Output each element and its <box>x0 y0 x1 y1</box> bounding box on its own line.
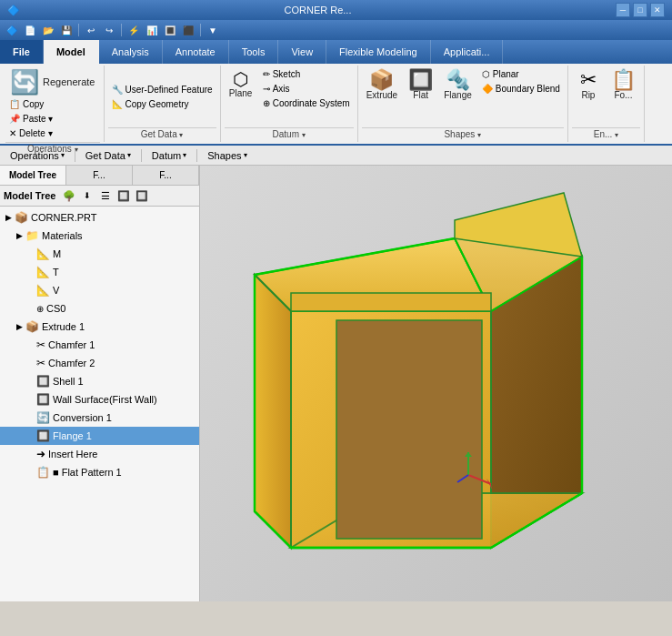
sketch-button[interactable]: ✏ Sketch <box>259 67 354 81</box>
qat-separator-3 <box>200 24 201 36</box>
delete-label: Delete ▾ <box>19 128 53 138</box>
boundary-blend-button[interactable]: 🔶 Boundary Blend <box>478 82 564 96</box>
tree-item-flatpattern1[interactable]: 📋 ■ Flat Pattern 1 <box>0 463 199 481</box>
tree-item-chamfer1[interactable]: ✂ Chamfer 1 <box>0 336 199 354</box>
tab-view[interactable]: View <box>278 40 326 64</box>
tree-filter-btn[interactable]: ☰ <box>97 187 114 204</box>
label-wallsurface: Wall Surface(First Wall) <box>53 394 157 405</box>
tab-applications[interactable]: Applicati... <box>431 40 504 64</box>
ops-shapes-btn[interactable]: Shapes ▾ <box>201 148 253 163</box>
sidebar-tab-f2[interactable]: F... <box>133 166 199 185</box>
icon-extrude1: 📦 <box>25 320 39 333</box>
axis-button[interactable]: ⊸ Axis <box>259 82 354 96</box>
flange-button[interactable]: 🔩 Flange <box>439 67 476 103</box>
delete-button[interactable]: ✕ Delete ▾ <box>5 126 56 140</box>
tree-item-v[interactable]: 📐 V <box>0 281 199 299</box>
qat-undo[interactable]: ↩ <box>83 22 99 38</box>
minimize-button[interactable]: ─ <box>616 3 630 17</box>
tree-expand-btn[interactable]: ⬇ <box>79 187 95 204</box>
icon-shell1: 🔲 <box>36 375 50 388</box>
group-en-label[interactable]: En... ▾ <box>572 127 640 140</box>
tab-model[interactable]: Model <box>44 40 99 64</box>
qat-open[interactable]: 📂 <box>40 22 56 38</box>
icon-t: 📐 <box>36 266 50 278</box>
maximize-button[interactable]: □ <box>633 3 647 17</box>
regenerate-button[interactable]: 🔄 Regenerate <box>5 67 100 96</box>
tree-search-btn[interactable]: 🔲 <box>134 187 150 204</box>
qat-extra[interactable]: ⬛ <box>180 22 196 38</box>
tree-settings-btn[interactable]: 🌳 <box>61 187 77 204</box>
group-datum-label[interactable]: Datum ▾ <box>225 127 354 140</box>
extrude-button[interactable]: 📦 Extrude <box>362 67 402 103</box>
tab-analysis[interactable]: Analysis <box>99 40 163 64</box>
3d-model-view <box>200 166 672 601</box>
rip-icon: ✂ <box>580 70 597 90</box>
coord-system-button[interactable]: ⊕ Coordinate System <box>259 96 354 110</box>
copy-button[interactable]: 📋 Copy <box>5 97 56 111</box>
sidebar-tabs: Model Tree F... F... <box>0 166 199 186</box>
qat-icon: 🔷 <box>4 22 20 38</box>
tree-item-flange1[interactable]: 🔲 Flange 1 <box>0 427 199 445</box>
planar-icon: ⬡ <box>482 69 490 79</box>
label-v: V <box>53 285 59 296</box>
ops-shapes-arrow: ▾ <box>244 151 247 159</box>
title-bar-left: 🔷 <box>7 5 20 16</box>
qat-save[interactable]: 💾 <box>58 22 75 38</box>
svg-marker-5 <box>255 275 291 548</box>
group-get-data-label[interactable]: Get Data ▾ <box>108 127 216 140</box>
tree-item-extrude1[interactable]: ▶ 📦 Extrude 1 <box>0 318 199 336</box>
plane-button[interactable]: ⬡ Plane <box>225 67 257 101</box>
window-controls[interactable]: ─ □ ✕ <box>616 3 665 17</box>
sidebar-tab-f1[interactable]: F... <box>66 166 133 185</box>
tree-columns-btn[interactable]: 🔲 <box>115 187 132 204</box>
tree-item-shell1[interactable]: 🔲 Shell 1 <box>0 372 199 390</box>
label-m: M <box>53 248 61 259</box>
user-defined-feature-button[interactable]: 🔧 User-Defined Feature <box>108 83 216 96</box>
tree-item-chamfer2[interactable]: ✂ Chamfer 2 <box>0 354 199 372</box>
tree-toolbar: Model Tree 🌳 ⬇ ☰ 🔲 🔲 <box>0 186 199 207</box>
ops-operations-btn[interactable]: Operations ▾ <box>4 148 71 163</box>
tree-item-cs0[interactable]: ⊕ CS0 <box>0 299 199 318</box>
label-root: CORNER.PRT <box>31 212 97 223</box>
viewport[interactable] <box>200 166 672 601</box>
tree-item-m[interactable]: 📐 M <box>0 245 199 263</box>
close-button[interactable]: ✕ <box>650 3 665 17</box>
group-shapes-label[interactable]: Shapes ▾ <box>362 127 564 140</box>
qat-redo[interactable]: ↪ <box>101 22 117 38</box>
ribbon-tabs: File Model Analysis Annotate Tools View … <box>0 40 672 64</box>
axis-icon: ⊸ <box>263 84 270 94</box>
qat-new[interactable]: 📄 <box>22 22 38 38</box>
flange-icon: 🔩 <box>446 70 470 90</box>
copy-geometry-button[interactable]: 📐 Copy Geometry <box>108 97 193 111</box>
flat-button[interactable]: 🔲 Flat <box>404 67 437 103</box>
qat-grid[interactable]: ⚡ <box>125 22 142 38</box>
group-operations: 🔄 Regenerate 📋 Copy 📌 Paste ▾ ✕ Delete ▾ <box>2 66 105 142</box>
paste-button[interactable]: 📌 Paste ▾ <box>5 112 56 126</box>
tree-item-inserthere[interactable]: ➜ Insert Here <box>0 445 199 463</box>
qat-chart[interactable]: 📊 <box>144 22 160 38</box>
tree-item-wallsurface[interactable]: 🔲 Wall Surface(First Wall) <box>0 390 199 409</box>
qat-dropdown[interactable]: ▼ <box>205 22 221 38</box>
svg-marker-7 <box>336 320 482 539</box>
tree-item-root[interactable]: ▶ 📦 CORNER.PRT <box>0 208 199 227</box>
ops-datum-arrow: ▾ <box>183 151 186 159</box>
sidebar-tab-model-tree[interactable]: Model Tree <box>0 166 66 185</box>
qat-box[interactable]: 🔳 <box>162 22 178 38</box>
tree-item-t[interactable]: 📐 T <box>0 263 199 281</box>
rip-button[interactable]: ✂ Rip <box>572 67 605 103</box>
tree-item-materials[interactable]: ▶ 📁 Materials <box>0 227 199 245</box>
label-inserthere: Insert Here <box>48 449 97 459</box>
tab-file[interactable]: File <box>0 40 44 64</box>
tab-tools[interactable]: Tools <box>229 40 279 64</box>
fo-button[interactable]: 📋 Fo... <box>607 67 640 103</box>
group-get-data: 🔧 User-Defined Feature 📐 Copy Geometry G… <box>105 66 221 142</box>
tab-flexible-modeling[interactable]: Flexible Modeling <box>326 40 431 64</box>
flange-label: Flange <box>444 90 472 100</box>
ops-datum-btn[interactable]: Datum ▾ <box>145 148 193 163</box>
tab-annotate[interactable]: Annotate <box>163 40 229 64</box>
label-chamfer2: Chamfer 2 <box>48 358 95 368</box>
coord-icon: ⊕ <box>263 98 270 108</box>
ops-get-data-btn[interactable]: Get Data ▾ <box>79 148 137 163</box>
planar-button[interactable]: ⬡ Planar <box>478 67 564 81</box>
tree-item-conversion1[interactable]: 🔄 Conversion 1 <box>0 409 199 427</box>
